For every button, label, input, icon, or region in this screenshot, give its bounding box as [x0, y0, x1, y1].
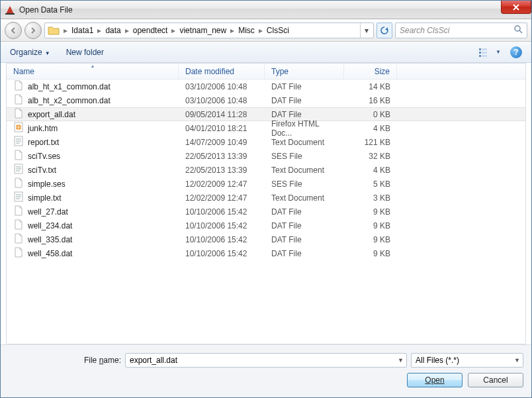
- breadcrumb-item[interactable]: Idata1: [70, 26, 95, 35]
- file-name: simple.txt: [28, 193, 62, 203]
- file-type: DAT File: [265, 82, 344, 91]
- svg-line-3: [519, 30, 522, 33]
- file-icon: [13, 205, 24, 218]
- bottom-panel: File name: export_all.dat ▼ All Files (*…: [1, 344, 531, 397]
- file-type: DAT File: [265, 207, 344, 217]
- column-name[interactable]: ▴ Name: [7, 64, 179, 79]
- file-type: SES File: [265, 179, 344, 189]
- file-type: DAT File: [265, 249, 344, 258]
- file-list: ▴ Name Date modified Type Size alb_ht_x1…: [6, 63, 526, 344]
- file-date: 03/10/2006 10:48: [179, 82, 265, 91]
- file-size: 32 KB: [344, 152, 397, 161]
- cancel-button[interactable]: Cancel: [468, 373, 523, 387]
- file-date: 10/10/2006 15:42: [179, 221, 265, 230]
- table-row[interactable]: well_234.dat10/10/2006 15:42DAT File9 KB: [7, 219, 525, 232]
- column-size[interactable]: Size: [344, 64, 397, 79]
- chevron-down-icon: ▼: [45, 50, 50, 56]
- file-size: 5 KB: [344, 179, 397, 189]
- file-size: 9 KB: [344, 207, 397, 217]
- table-row[interactable]: sciTv.ses22/05/2013 13:39SES File32 KB: [7, 149, 525, 163]
- folder-icon: [48, 25, 60, 36]
- file-name: export_all.dat: [28, 110, 75, 119]
- file-name: report.txt: [28, 138, 59, 147]
- close-button[interactable]: [501, 1, 531, 14]
- file-date: 04/01/2010 18:21: [179, 124, 265, 133]
- open-button[interactable]: Open: [407, 373, 463, 387]
- refresh-button[interactable]: [377, 23, 392, 38]
- breadcrumb-item[interactable]: opendtect: [132, 26, 169, 35]
- file-date: 10/10/2006 15:42: [179, 235, 265, 244]
- file-size: 9 KB: [344, 221, 397, 230]
- file-type: Firefox HTML Doc...: [265, 119, 344, 138]
- column-date[interactable]: Date modified: [179, 64, 265, 79]
- file-type: SES File: [265, 152, 344, 161]
- table-row[interactable]: simple.txt12/02/2009 12:47Text Document3…: [7, 191, 525, 205]
- forward-button[interactable]: [24, 22, 42, 39]
- breadcrumb-item[interactable]: Misc: [237, 26, 256, 35]
- search-input[interactable]: Search ClsSci: [395, 23, 527, 38]
- file-name: simple.ses: [28, 179, 66, 189]
- file-size: 9 KB: [344, 235, 397, 244]
- back-button[interactable]: [5, 22, 22, 39]
- arrow-right-icon: [29, 26, 37, 34]
- table-row[interactable]: sciTv.txt22/05/2013 13:39Text Document4 …: [7, 163, 525, 177]
- file-name: alb_ht_x2_common.dat: [28, 96, 111, 105]
- file-type: Text Document: [265, 138, 344, 147]
- breadcrumb-item[interactable]: vietnam_new: [178, 26, 228, 35]
- file-size: 3 KB: [344, 193, 397, 203]
- file-size: 14 KB: [344, 82, 397, 91]
- svg-rect-7: [482, 52, 487, 54]
- table-row[interactable]: well_458.dat10/10/2006 15:42DAT File9 KB: [7, 246, 525, 260]
- table-row[interactable]: simple.ses12/02/2009 12:47SES File5 KB: [7, 177, 525, 191]
- table-row[interactable]: alb_ht_x2_common.dat03/10/2006 10:48DAT …: [7, 93, 525, 107]
- file-icon: [13, 150, 24, 162]
- svg-rect-8: [479, 55, 481, 57]
- column-type[interactable]: Type: [265, 64, 344, 79]
- table-row[interactable]: well_335.dat10/10/2006 15:42DAT File9 KB: [7, 232, 525, 246]
- breadcrumb-item[interactable]: ClsSci: [265, 26, 290, 35]
- file-size: 0 KB: [344, 110, 397, 119]
- organize-menu[interactable]: Organize▼: [10, 48, 50, 57]
- file-name: alb_ht_x1_common.dat: [28, 82, 111, 91]
- file-icon: [13, 247, 24, 260]
- file-date: 09/05/2014 11:28: [179, 110, 265, 119]
- chevron-right-icon: ▸: [95, 26, 104, 35]
- refresh-icon: [380, 26, 389, 35]
- svg-point-2: [515, 26, 520, 31]
- file-size: 121 KB: [344, 138, 397, 147]
- file-type: Text Document: [265, 166, 344, 175]
- table-row[interactable]: well_27.dat10/10/2006 15:42DAT File9 KB: [7, 205, 525, 219]
- file-type: DAT File: [265, 221, 344, 230]
- file-icon: [13, 233, 24, 246]
- file-icon: [13, 94, 24, 107]
- view-options-button[interactable]: ▼: [478, 47, 501, 58]
- file-type-filter[interactable]: All Files (*.*) ▼: [411, 353, 523, 368]
- breadcrumb[interactable]: ▸ Idata1 ▸ data ▸ opendtect ▸ vietnam_ne…: [44, 23, 374, 38]
- organize-label: Organize: [10, 48, 42, 57]
- search-icon: [513, 25, 523, 36]
- file-name: well_234.dat: [28, 221, 72, 230]
- sort-ascending-icon: ▴: [91, 63, 94, 69]
- filename-input[interactable]: export_all.dat ▼: [125, 353, 407, 368]
- file-type: DAT File: [265, 96, 344, 105]
- table-row[interactable]: report.txt14/07/2009 10:49Text Document1…: [7, 135, 525, 149]
- help-button[interactable]: ?: [510, 46, 522, 58]
- table-row[interactable]: junk.htm04/01/2010 18:21Firefox HTML Doc…: [7, 121, 525, 135]
- file-icon: [13, 164, 24, 176]
- view-icon: [478, 47, 493, 58]
- svg-rect-6: [479, 52, 481, 54]
- file-name: junk.htm: [28, 124, 58, 133]
- titlebar: Open Data File: [1, 1, 531, 19]
- table-row[interactable]: alb_ht_x1_common.dat03/10/2006 10:48DAT …: [7, 79, 525, 93]
- new-folder-button[interactable]: New folder: [66, 48, 104, 57]
- arrow-left-icon: [9, 26, 17, 34]
- navbar: ▸ Idata1 ▸ data ▸ opendtect ▸ vietnam_ne…: [1, 19, 531, 42]
- breadcrumb-dropdown[interactable]: ▾: [360, 23, 372, 38]
- filename-label: File name:: [9, 356, 121, 365]
- file-icon: [13, 108, 24, 121]
- file-name: sciTv.txt: [28, 166, 56, 175]
- breadcrumb-item[interactable]: data: [104, 26, 122, 35]
- file-date: 03/10/2006 10:48: [179, 96, 265, 105]
- file-icon: [13, 122, 24, 134]
- file-size: 16 KB: [344, 96, 397, 105]
